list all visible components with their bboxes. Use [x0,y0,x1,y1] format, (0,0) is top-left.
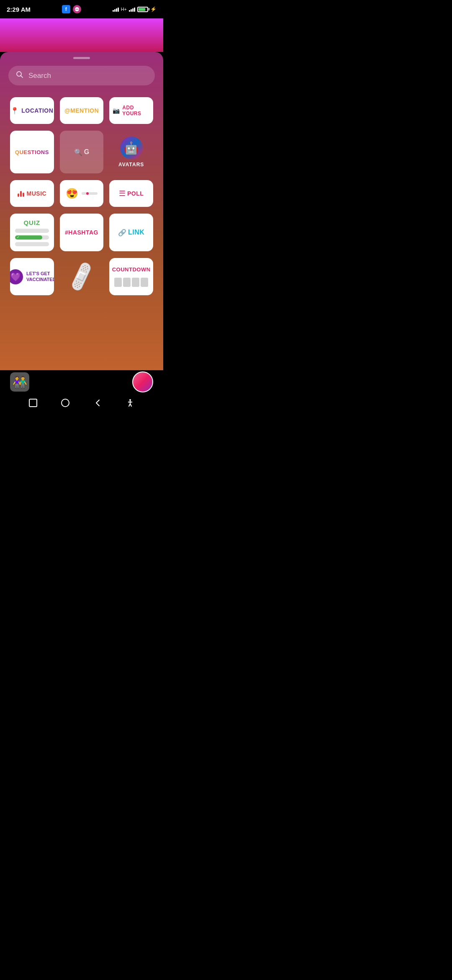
sticker-picker-sheet: Search 📍 LOCATION @MENTION 📷 ADD YOURS Q… [0,52,163,370]
quiz-option-3 [15,242,49,246]
recent-photo-thumbnail[interactable]: 👫 [10,372,29,392]
signal-bars-2 [129,7,135,12]
status-right: H+ ⚡ [113,6,157,12]
emoji-slider-sticker[interactable]: 😍 [60,180,104,207]
music-label: MUSIC [27,190,47,197]
nav-square-button[interactable] [25,395,41,411]
facebook-icon: f [62,5,70,13]
gradient-top-area [0,18,163,52]
slider-track [82,192,98,195]
quiz-check-icon: ✓ [17,235,20,239]
music-sticker[interactable]: MUSIC [10,180,54,207]
countdown-sticker[interactable]: COUNTDOWN [109,258,153,295]
bandaid-icon: 🩹 [64,260,99,294]
countdown-bars [114,278,148,287]
link-label: LINK [128,229,144,236]
poll-icon: ☰ [119,189,126,198]
avatar-face-icon: 🤖 [124,141,139,155]
vaccine-circle-icon: 💜 [10,269,23,284]
quiz-wrap: QUIZ ✓ [15,219,49,246]
svg-rect-6 [29,399,37,407]
link-icon: 🔗 [118,229,126,237]
vaccine-sticker[interactable]: 💜 LET'S GET VACCINATED [10,258,54,295]
svg-line-12 [130,404,131,406]
svg-point-2 [77,9,77,10]
music-bars-icon [18,190,24,197]
gif-search-sticker[interactable]: 🔍 G [60,131,104,173]
svg-line-5 [21,76,23,78]
vaccine-wrap: 💜 LET'S GET VACCINATED [10,269,54,284]
quiz-option-2: ✓ [15,235,49,240]
svg-point-8 [129,399,131,401]
link-sticker[interactable]: 🔗 LINK [109,214,153,251]
avatar-circle: 🤖 [120,137,143,159]
poll-sticker[interactable]: ☰ POLL [109,180,153,207]
slider-emoji-icon: 😍 [66,188,78,199]
slider-thumb [86,192,89,195]
battery-icon [137,7,148,12]
status-time: 2:29 AM [7,6,31,13]
svg-point-1 [75,9,76,10]
network-type: H+ [121,7,127,12]
gif-label: G [84,148,89,156]
status-icons: f [62,5,81,13]
status-bar: 2:29 AM f H+ ⚡ [0,0,163,18]
slider-wrap: 😍 [63,188,100,199]
pin-icon: 📍 [10,107,19,115]
questions-sticker[interactable]: QUESTIONS [10,131,54,173]
avatars-sticker[interactable]: 🤖 AVATARS [109,131,153,173]
bandaid-sticker[interactable]: 🩹 [60,258,104,295]
nav-bar [0,394,163,412]
location-label: LOCATION [21,107,53,114]
add-yours-sticker[interactable]: 📷 ADD YOURS [109,97,153,124]
add-yours-label: ADD YOURS [122,105,150,116]
search-placeholder: Search [28,72,51,80]
quiz-option-1 [15,229,49,233]
gif-search-icon: 🔍 [74,148,82,156]
avatars-label: AVATARS [118,162,144,168]
nav-home-button[interactable] [57,395,74,411]
record-button[interactable] [132,371,153,392]
svg-point-3 [77,9,78,10]
sticker-grid: 📍 LOCATION @MENTION 📷 ADD YOURS QUESTION… [8,97,155,295]
thumbnail-image: 👫 [13,375,27,389]
sheet-handle[interactable] [73,57,90,59]
vaccine-label: LET'S GET VACCINATED [26,271,54,282]
bottom-bar: 👫 [0,370,163,394]
nav-accessibility-button[interactable] [122,395,139,411]
search-bar[interactable]: Search [8,66,155,85]
signal-bars [113,7,119,12]
nav-back-button[interactable] [90,395,106,411]
camera-icon: 📷 [113,107,120,114]
svg-point-7 [62,399,69,407]
poll-label: POLL [127,190,144,197]
questions-label: QUESTIONS [15,149,49,155]
lightning-icon: ⚡ [150,6,157,12]
search-icon [16,71,23,80]
dots-icon [73,5,81,13]
location-sticker[interactable]: 📍 LOCATION [10,97,54,124]
quiz-sticker[interactable]: QUIZ ✓ [10,214,54,251]
hashtag-label: #HASHTAG [65,229,98,236]
mention-label: @MENTION [64,107,99,114]
hashtag-sticker[interactable]: #HASHTAG [60,214,104,251]
quiz-title: QUIZ [23,219,40,226]
mention-sticker[interactable]: @MENTION [60,97,104,124]
countdown-label: COUNTDOWN [112,266,151,273]
